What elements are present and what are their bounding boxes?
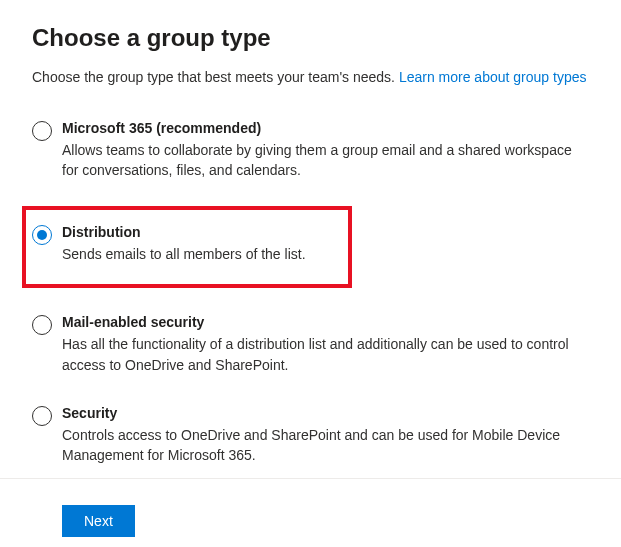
page-title: Choose a group type [32, 24, 589, 52]
option-label[interactable]: Security [62, 405, 589, 421]
option-body: Security Controls access to OneDrive and… [62, 405, 589, 466]
option-description: Allows teams to collaborate by giving th… [62, 140, 589, 181]
next-button[interactable]: Next [62, 505, 135, 537]
intro-text: Choose the group type that best meets yo… [32, 68, 589, 88]
radio-security[interactable] [32, 406, 52, 426]
radio-mail-enabled-security[interactable] [32, 315, 52, 335]
learn-more-link[interactable]: Learn more about group types [399, 69, 587, 85]
option-label[interactable]: Distribution [62, 224, 338, 240]
option-label[interactable]: Mail-enabled security [62, 314, 589, 330]
radio-distribution[interactable] [32, 225, 52, 245]
option-label[interactable]: Microsoft 365 (recommended) [62, 120, 589, 136]
option-body: Mail-enabled security Has all the functi… [62, 314, 589, 375]
option-body: Microsoft 365 (recommended) Allows teams… [62, 120, 589, 181]
radio-microsoft-365[interactable] [32, 121, 52, 141]
option-description: Sends emails to all members of the list. [62, 244, 338, 264]
option-mail-enabled-security[interactable]: Mail-enabled security Has all the functi… [32, 310, 589, 379]
footer: Next [0, 478, 621, 547]
option-body: Distribution Sends emails to all members… [62, 224, 338, 264]
option-distribution[interactable]: Distribution Sends emails to all members… [22, 206, 352, 288]
main-content: Choose a group type Choose the group typ… [0, 0, 621, 470]
option-description: Controls access to OneDrive and SharePoi… [62, 425, 589, 466]
option-microsoft-365[interactable]: Microsoft 365 (recommended) Allows teams… [32, 116, 589, 185]
group-type-options: Microsoft 365 (recommended) Allows teams… [32, 116, 589, 470]
option-security[interactable]: Security Controls access to OneDrive and… [32, 401, 589, 470]
intro-copy: Choose the group type that best meets yo… [32, 69, 399, 85]
option-description: Has all the functionality of a distribut… [62, 334, 589, 375]
